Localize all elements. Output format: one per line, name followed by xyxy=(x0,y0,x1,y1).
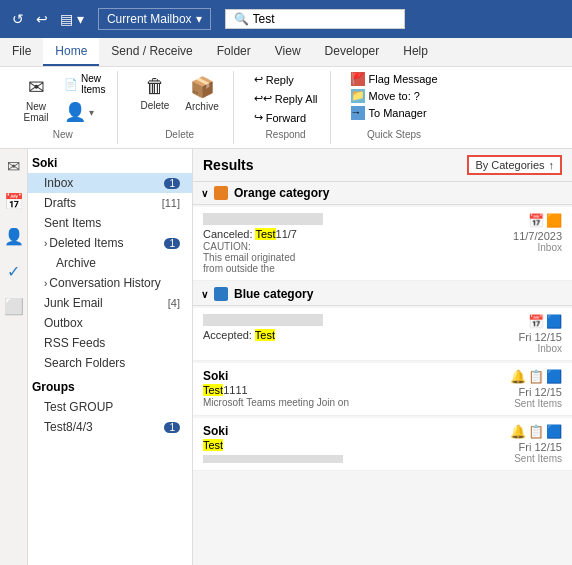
results-panel: Results By Categories ↑ ∨ Orange categor… xyxy=(193,149,572,565)
hidden-sender xyxy=(203,314,323,326)
contacts-nav-icon[interactable]: 👤 xyxy=(0,223,28,250)
tab-folder[interactable]: Folder xyxy=(205,38,263,66)
delete-button[interactable]: 🗑 Delete xyxy=(134,71,175,115)
bell-icon2: 🔔 xyxy=(510,424,526,439)
category-blue-icon: 🟦 xyxy=(546,314,562,329)
email-icons: 📅 🟦 xyxy=(492,314,562,329)
email-folder: Sent Items xyxy=(492,398,562,409)
junk-badge: [4] xyxy=(168,297,180,309)
folder-conv-history[interactable]: › Conversation History xyxy=(28,273,192,293)
mailbox-selector[interactable]: Current Mailbox ▾ xyxy=(98,8,211,30)
email-body: Accepted: Test xyxy=(203,314,486,354)
reply-all-icon: ↩↩ xyxy=(254,92,272,105)
folder-junk[interactable]: Junk Email [4] xyxy=(28,293,192,313)
person-icon: 👤 xyxy=(64,101,86,123)
new-items-icon: 📄 xyxy=(64,78,78,91)
undo-icon[interactable]: ↩ xyxy=(32,9,52,29)
email-item[interactable]: Soki Test1111 Microsoft Teams meeting Jo… xyxy=(193,363,572,416)
email-folder: Inbox xyxy=(492,242,562,253)
orange-category-header[interactable]: ∨ Orange category xyxy=(193,182,572,205)
main-layout: ✉ 📅 👤 ✓ ⬜ Soki Inbox 1 Drafts [11] Sent … xyxy=(0,149,572,565)
ribbon-group-new: ✉ New Email 📄 New Items 👤▾ New xyxy=(8,71,118,144)
drafts-badge: [11] xyxy=(162,197,180,209)
folder-inbox[interactable]: Inbox 1 xyxy=(28,173,192,193)
email-icons: 🔔 📋 🟦 xyxy=(492,424,562,439)
category-blue-icon2: 🟦 xyxy=(546,369,562,384)
clipboard-icon: 📋 xyxy=(528,369,544,384)
mail-nav-icon[interactable]: ✉ xyxy=(3,153,24,180)
dropdown-icon: ▾ xyxy=(196,12,202,26)
move-to-step[interactable]: 📁 Move to: ? xyxy=(347,88,442,104)
reply-button[interactable]: ↩ Reply xyxy=(250,71,322,88)
ribbon-content: ✉ New Email 📄 New Items 👤▾ New xyxy=(0,67,572,148)
email-sender: Soki xyxy=(203,369,486,383)
new-items-button[interactable]: 📄 New Items xyxy=(60,71,109,97)
email-icons: 🔔 📋 🟦 xyxy=(492,369,562,384)
forward-icon: ↪ xyxy=(254,111,263,124)
archive-icon: 📦 xyxy=(190,75,215,99)
refresh-icon[interactable]: ↺ xyxy=(8,9,28,29)
folder-test-group[interactable]: Test GROUP xyxy=(28,397,192,417)
folder-archive[interactable]: Archive xyxy=(28,253,192,273)
ribbon-group-delete: 🗑 Delete 📦 Archive Delete xyxy=(126,71,233,144)
clipboard-icon2: 📋 xyxy=(528,424,544,439)
tab-help[interactable]: Help xyxy=(391,38,440,66)
email-meta: 🔔 📋 🟦 Fri 12/15 Sent Items xyxy=(492,369,562,409)
new-items-extra[interactable]: 👤▾ xyxy=(60,99,109,125)
new-email-button[interactable]: ✉ New Email xyxy=(16,71,56,127)
folder-sent[interactable]: Sent Items xyxy=(28,213,192,233)
calendar-nav-icon[interactable]: 📅 xyxy=(0,188,28,215)
email-date: Fri 12/15 xyxy=(492,441,562,453)
chevron-right-icon: › xyxy=(44,238,47,249)
tab-home[interactable]: Home xyxy=(43,38,99,66)
folder-test843[interactable]: Test8/4/3 1 xyxy=(28,417,192,437)
forward-button[interactable]: ↪ Forward xyxy=(250,109,322,126)
email-preview-bar xyxy=(203,455,343,463)
email-item[interactable]: Soki Test 🔔 📋 🟦 Fri 12/15 Sent Items xyxy=(193,418,572,471)
tab-view[interactable]: View xyxy=(263,38,313,66)
email-body: Soki Test xyxy=(203,424,486,464)
email-subject: Test xyxy=(203,439,486,451)
email-date: Fri 12/15 xyxy=(492,386,562,398)
orange-dot xyxy=(214,186,228,200)
notes-nav-icon[interactable]: ⬜ xyxy=(0,293,28,320)
ribbon: File Home Send / Receive Folder View Dev… xyxy=(0,38,572,149)
tab-developer[interactable]: Developer xyxy=(313,38,392,66)
sort-button[interactable]: By Categories ↑ xyxy=(467,155,562,175)
email-subject: Test1111 xyxy=(203,384,486,396)
manager-icon: → xyxy=(351,106,365,120)
flag-message-step[interactable]: 🚩 Flag Message xyxy=(347,71,442,87)
search-box[interactable]: 🔍 xyxy=(225,9,405,29)
archive-button[interactable]: 📦 Archive xyxy=(179,71,224,116)
quick-access-icon[interactable]: ▤ ▾ xyxy=(56,9,88,29)
folder-outbox[interactable]: Outbox xyxy=(28,313,192,333)
folder-deleted[interactable]: › Deleted Items 1 xyxy=(28,233,192,253)
tasks-nav-icon[interactable]: ✓ xyxy=(3,258,24,285)
reply-all-button[interactable]: ↩↩ Reply All xyxy=(250,90,322,107)
tab-file[interactable]: File xyxy=(0,38,43,66)
results-header: Results By Categories ↑ xyxy=(193,149,572,182)
calendar-icon: 📅 xyxy=(528,213,544,228)
email-body: Canceled: Test11/7 CAUTION:This email or… xyxy=(203,213,486,274)
email-item[interactable]: Canceled: Test11/7 CAUTION:This email or… xyxy=(193,207,572,281)
folder-drafts[interactable]: Drafts [11] xyxy=(28,193,192,213)
tab-send-receive[interactable]: Send / Receive xyxy=(99,38,204,66)
move-icon: 📁 xyxy=(351,89,365,103)
inbox-badge: 1 xyxy=(164,178,180,189)
to-manager-step[interactable]: → To Manager xyxy=(347,105,442,121)
folder-rss[interactable]: RSS Feeds xyxy=(28,333,192,353)
email-item[interactable]: Accepted: Test 📅 🟦 Fri 12/15 Inbox xyxy=(193,308,572,361)
account-label[interactable]: Soki xyxy=(28,153,192,173)
search-input[interactable] xyxy=(253,12,396,26)
sidebar-icons: ✉ 📅 👤 ✓ ⬜ xyxy=(0,149,28,565)
blue-category-header[interactable]: ∨ Blue category xyxy=(193,283,572,306)
ribbon-tabs: File Home Send / Receive Folder View Dev… xyxy=(0,38,572,67)
folder-search[interactable]: Search Folders xyxy=(28,353,192,373)
folder-panel: Soki Inbox 1 Drafts [11] Sent Items › De… xyxy=(28,149,193,565)
search-icon: 🔍 xyxy=(234,12,249,26)
new-buttons: ✉ New Email 📄 New Items 👤▾ xyxy=(16,71,109,127)
email-meta: 📅 🟧 11/7/2023 Inbox xyxy=(492,213,562,274)
groups-label[interactable]: Groups xyxy=(28,377,192,397)
ribbon-group-respond: ↩ Reply ↩↩ Reply All ↪ Forward Respond xyxy=(242,71,331,144)
test843-badge: 1 xyxy=(164,422,180,433)
